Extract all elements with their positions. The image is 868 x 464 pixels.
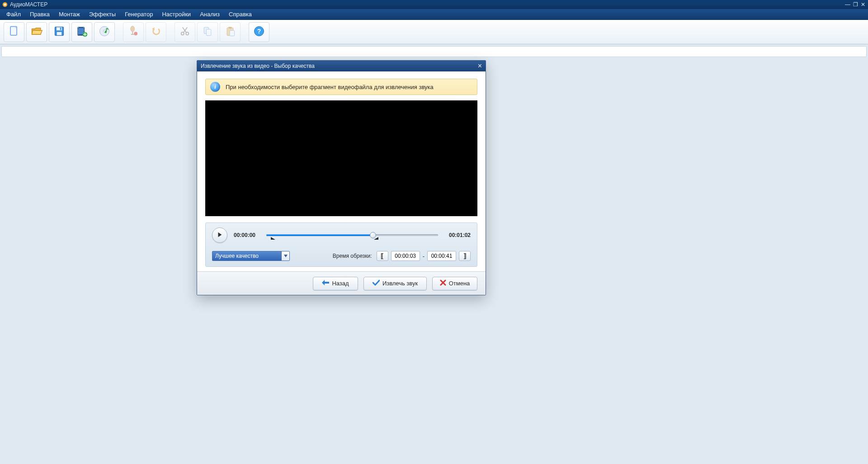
dialog-titlebar[interactable]: Извлечение звука из видео - Выбор качест… <box>197 61 486 71</box>
toolbar-help-button[interactable]: ? <box>249 22 269 42</box>
toolbar-paste-button[interactable] <box>220 22 241 42</box>
menu-file[interactable]: Файл <box>2 10 25 19</box>
toolbar-cut-button[interactable] <box>175 22 195 42</box>
trim-end-marker[interactable] <box>373 233 379 240</box>
microphone-icon <box>127 25 140 39</box>
trim-set-end-button[interactable]: ⟧ <box>459 251 471 261</box>
window-maximize-button[interactable]: ❐ <box>852 1 859 8</box>
svg-rect-11 <box>78 30 79 31</box>
menu-help[interactable]: Справка <box>224 10 256 19</box>
dialog-footer: Назад Извлечь звук Отмена <box>197 271 486 295</box>
app-icon <box>2 1 8 8</box>
menu-edit[interactable]: Правка <box>25 10 54 19</box>
trim-start-input[interactable] <box>391 251 420 261</box>
trim-set-start-button[interactable]: ⟦ <box>377 251 388 261</box>
menu-effects[interactable]: Эффекты <box>85 10 120 19</box>
menu-generator[interactable]: Генератор <box>120 10 157 19</box>
app-title: АудиоМАСТЕР <box>10 1 47 8</box>
trim-controls: Время обрезки: ⟦ - ⟧ <box>333 251 471 261</box>
player-panel: 00:00:00 00:01:02 <box>205 223 477 267</box>
back-button[interactable]: Назад <box>313 277 358 290</box>
trim-dash: - <box>423 253 425 260</box>
toolbar-open-button[interactable] <box>26 22 47 42</box>
toolbar-import-video-button[interactable] <box>71 22 92 42</box>
copy-icon <box>201 25 214 39</box>
save-icon <box>53 25 66 39</box>
menu-analysis[interactable]: Анализ <box>195 10 224 19</box>
quality-select[interactable]: Лучшее качество <box>212 251 290 261</box>
svg-rect-16 <box>84 30 85 31</box>
time-current-label: 00:00:00 <box>234 232 260 238</box>
dialog-close-button[interactable]: × <box>478 62 482 70</box>
svg-rect-31 <box>230 30 235 36</box>
svg-point-24 <box>134 32 137 35</box>
window-minimize-button[interactable]: — <box>844 1 851 8</box>
help-icon: ? <box>253 25 265 39</box>
svg-text:?: ? <box>257 28 261 35</box>
menu-settings[interactable]: Настройки <box>157 10 195 19</box>
svg-rect-12 <box>78 32 79 33</box>
svg-rect-10 <box>78 29 79 30</box>
trim-end-input[interactable] <box>427 251 456 261</box>
svg-rect-30 <box>229 27 232 28</box>
playback-slider[interactable] <box>266 229 438 241</box>
svg-rect-13 <box>78 33 79 34</box>
time-total-label: 00:01:02 <box>444 232 471 238</box>
cancel-icon <box>440 279 446 287</box>
film-plus-icon <box>75 25 88 39</box>
undo-icon <box>150 25 162 39</box>
toolbar-copy-button[interactable] <box>197 22 218 42</box>
back-button-label: Назад <box>332 280 349 287</box>
svg-rect-28 <box>206 29 211 36</box>
workspace: Извлечение звука из видео - Выбор качест… <box>0 59 868 464</box>
svg-rect-9 <box>78 27 79 28</box>
svg-rect-8 <box>79 28 84 34</box>
folder-open-icon <box>30 25 43 39</box>
toolbar-record-button[interactable] <box>123 22 144 42</box>
menubar: Файл Правка Монтаж Эффекты Генератор Нас… <box>0 9 868 20</box>
dialog-title-text: Извлечение звука из видео - Выбор качест… <box>201 63 315 69</box>
cancel-button-label: Отмена <box>449 280 470 287</box>
toolbar: ? <box>0 20 868 44</box>
svg-rect-14 <box>84 27 85 28</box>
info-banner-text: При необходимости выберите фрагмент виде… <box>226 84 434 90</box>
check-icon <box>373 279 380 287</box>
address-bar <box>1 46 867 57</box>
play-button[interactable] <box>212 227 227 243</box>
quality-select-value: Лучшее качество <box>212 253 281 259</box>
cd-music-icon <box>98 25 111 39</box>
chevron-down-icon <box>281 251 289 260</box>
cancel-button[interactable]: Отмена <box>432 277 477 290</box>
scissors-icon <box>179 25 191 39</box>
toolbar-cd-audio-button[interactable] <box>94 22 115 42</box>
menu-montage[interactable]: Монтаж <box>54 10 85 19</box>
window-close-button[interactable]: ✕ <box>860 1 866 8</box>
extract-button-label: Извлечь звук <box>382 280 418 287</box>
svg-rect-5 <box>57 32 62 35</box>
extract-audio-dialog: Извлечение звука из видео - Выбор качест… <box>197 60 486 295</box>
info-banner: i При необходимости выберите фрагмент ви… <box>205 79 477 95</box>
toolbar-save-button[interactable] <box>49 22 70 42</box>
svg-rect-6 <box>60 28 61 30</box>
arrow-left-icon <box>322 280 329 287</box>
paste-icon <box>224 25 236 39</box>
window-titlebar: АудиоМАСТЕР — ❐ ✕ <box>0 0 868 9</box>
slider-fill <box>266 234 373 236</box>
video-preview <box>205 100 477 216</box>
extract-button[interactable]: Извлечь звук <box>363 277 427 290</box>
svg-point-1 <box>4 3 6 5</box>
toolbar-undo-button[interactable] <box>146 22 166 42</box>
svg-rect-15 <box>84 29 85 30</box>
new-file-icon <box>8 25 20 39</box>
svg-point-22 <box>104 31 106 33</box>
info-icon: i <box>210 82 220 92</box>
svg-point-23 <box>131 26 135 32</box>
toolbar-new-button[interactable] <box>4 22 24 42</box>
trim-label: Время обрезки: <box>333 253 372 259</box>
trim-start-marker[interactable] <box>270 233 276 240</box>
play-icon <box>217 232 223 239</box>
